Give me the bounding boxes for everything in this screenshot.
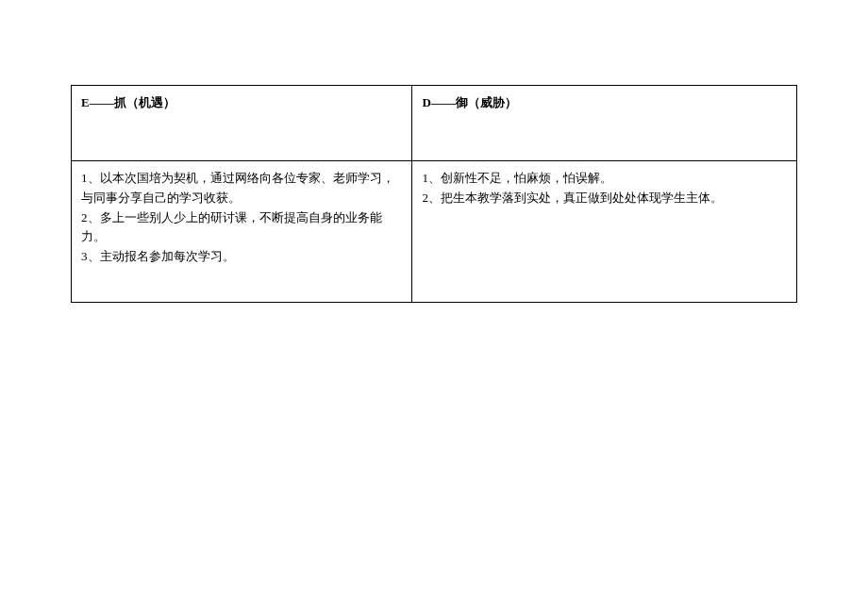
content-cell-right: 1、创新性不足，怕麻烦，怕误解。 2、把生本教学落到实处，真正做到处处体现学生主… <box>412 161 797 303</box>
right-item-1: 1、创新性不足，怕麻烦，怕误解。 <box>422 169 787 189</box>
header-label-d: D——御（威胁） <box>422 95 516 109</box>
left-item-2: 2、多上一些别人少上的研讨课，不断提高自身的业务能力。 <box>81 208 402 248</box>
swot-table: E——抓（机遇） D——御（威胁） 1、以本次国培为契机，通过网络向各位专家、老… <box>71 85 797 303</box>
right-item-2: 2、把生本教学落到实处，真正做到处处体现学生主体。 <box>422 189 787 208</box>
left-item-3: 3、主动报名参加每次学习。 <box>81 247 402 267</box>
header-cell-d: D——御（威胁） <box>412 86 797 161</box>
header-cell-e: E——抓（机遇） <box>72 86 412 161</box>
header-label-e: E——抓（机遇） <box>81 95 175 109</box>
content-cell-left: 1、以本次国培为契机，通过网络向各位专家、老师学习，与同事分享自己的学习收获。 … <box>72 161 412 303</box>
table-header-row: E——抓（机遇） D——御（威胁） <box>72 86 797 161</box>
table-content-row: 1、以本次国培为契机，通过网络向各位专家、老师学习，与同事分享自己的学习收获。 … <box>72 161 797 303</box>
left-item-1: 1、以本次国培为契机，通过网络向各位专家、老师学习，与同事分享自己的学习收获。 <box>81 169 402 208</box>
